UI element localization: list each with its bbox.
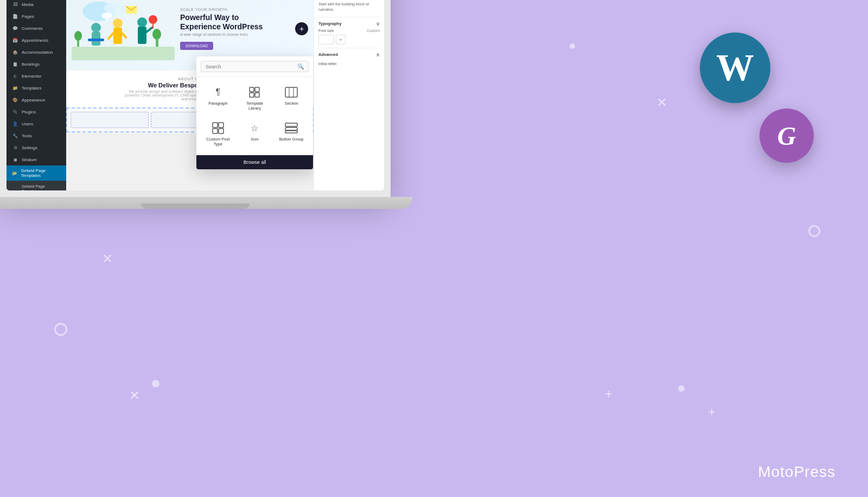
- add-section-button[interactable]: +: [295, 22, 308, 35]
- sidebar-label-appointments: Appointments: [22, 38, 48, 43]
- block-label-paragraph: Paragraph: [208, 101, 227, 106]
- panel-block-description: Start with the building block of narrati…: [318, 2, 380, 12]
- sidebar-item-accommodation[interactable]: 🏠 Accommodation: [7, 46, 66, 58]
- sidebar-item-settings[interactable]: ⚙ Settings: [7, 142, 66, 154]
- block-label-icon: Icon: [251, 137, 258, 142]
- sidebar-item-stratum[interactable]: ◼ Stratum: [7, 154, 66, 165]
- users-icon: 👤: [12, 120, 18, 127]
- hero-title: Powerful Way toExperience WordPress: [180, 13, 305, 31]
- motopress-text: MotoPress: [758, 463, 835, 480]
- sidebar-item-elementor[interactable]: E Elementor: [7, 70, 66, 82]
- sidebar-label-pages: Pages: [22, 14, 34, 19]
- svg-rect-21: [250, 87, 254, 92]
- panel-divider-1: [318, 17, 380, 17]
- svg-rect-32: [285, 123, 297, 126]
- block-selector-popup: 🔍 ¶ Paragraph: [196, 56, 313, 169]
- block-search-inner: 🔍: [201, 61, 309, 72]
- sidebar-label-bookings: Bookings: [22, 62, 40, 67]
- sidebar-label-settings: Settings: [22, 145, 37, 150]
- elementor-icon: E: [12, 73, 18, 79]
- appointments-icon: 📅: [12, 37, 18, 43]
- sidebar-label-plugins: Plugins: [22, 110, 36, 114]
- grammarly-logo: G: [760, 109, 814, 163]
- cross-2: ✕: [656, 95, 667, 110]
- font-size-controls: −: [318, 35, 380, 44]
- panel-font-size-row: Font size Custom: [318, 29, 380, 33]
- block-item-icon[interactable]: ☆ Icon: [239, 118, 271, 150]
- hero-subtitle: Scale Your Growth: [180, 8, 305, 11]
- svg-rect-11: [138, 27, 146, 44]
- cross-4: ✕: [102, 251, 113, 266]
- block-label-section: Section: [285, 101, 298, 106]
- hero-download-button[interactable]: DOWNLOAD: [180, 42, 213, 50]
- sidebar-item-comments[interactable]: 💬 Comments: [7, 22, 66, 34]
- sidebar-item-tools[interactable]: 🔧 Tools: [7, 130, 66, 142]
- sidebar-item-templates[interactable]: 📁 Templates: [7, 82, 66, 94]
- block-search: 🔍: [196, 56, 313, 77]
- block-item-paragraph[interactable]: ¶ Paragraph: [202, 82, 234, 114]
- templates-icon: 📁: [12, 85, 18, 91]
- hero-illustration: [72, 0, 175, 62]
- block-search-input[interactable]: [206, 64, 297, 69]
- svg-rect-31: [219, 129, 224, 133]
- sidebar-item-bookings[interactable]: 📋 Bookings: [7, 58, 66, 70]
- motopress-brand: MotoPress: [758, 463, 835, 481]
- sidebar-item-getwid[interactable]: 📂 Getwid Page Templates: [7, 165, 66, 181]
- search-icon: 🔍: [297, 63, 304, 69]
- block-label-custom-post-type: Custom Post Type: [204, 137, 232, 146]
- appearance-icon: 🎨: [12, 97, 18, 103]
- wp-admin-sidebar: W ⌂ My Sites Bora Demo + New ⊞ Dashboard…: [7, 0, 66, 190]
- advanced-label: Advanced: [318, 52, 338, 57]
- typography-label: Typography: [318, 21, 341, 26]
- wordpress-logo: W: [700, 33, 770, 103]
- panel-advanced-header: Advanced ∧: [318, 52, 380, 58]
- sidebar-label-tools: Tools: [22, 133, 32, 138]
- stratum-icon: ◼: [12, 156, 18, 163]
- block-item-button-group[interactable]: Button Group: [275, 118, 308, 150]
- wp-submenu: Getwid Page Templates New Template Categ…: [7, 181, 66, 190]
- block-grid: ¶ Paragraph: [196, 77, 313, 155]
- svg-rect-28: [213, 123, 218, 128]
- svg-point-3: [91, 23, 101, 33]
- cross-3: +: [605, 386, 612, 402]
- block-label-template-library: Template Library: [241, 101, 269, 111]
- sidebar-item-media[interactable]: 🖼 Media: [7, 0, 66, 10]
- block-item-section[interactable]: Section: [275, 82, 308, 114]
- font-size-decrement[interactable]: −: [336, 35, 346, 44]
- sidebar-item-appointments[interactable]: 📅 Appointments: [7, 34, 66, 46]
- sidebar-item-pages[interactable]: 📄 Pages: [7, 10, 66, 22]
- hero-svg-illustration: [72, 0, 175, 60]
- laptop-body: W ⌂ My Sites Bora Demo + New ⊞ Dashboard…: [0, 0, 391, 197]
- sidebar-item-plugins[interactable]: 🔌 Plugins: [7, 106, 66, 118]
- svg-point-20: [74, 31, 82, 41]
- cross-6: +: [708, 404, 716, 419]
- template-library-icon: [246, 86, 263, 99]
- svg-rect-2: [72, 47, 175, 60]
- button-group-icon: [283, 122, 299, 135]
- block-item-template-library[interactable]: Template Library: [239, 82, 271, 114]
- sidebar-label-media: Media: [22, 2, 34, 7]
- sidebar-item-appearance[interactable]: 🎨 Appearance: [7, 94, 66, 106]
- page-preview: Getwid Simple Blocks ▾ Advanced Blocks ▾…: [66, 0, 314, 190]
- section-icon: [283, 86, 299, 99]
- icon-block-icon: ☆: [246, 122, 263, 135]
- svg-point-6: [113, 18, 123, 28]
- block-item-custom-post-type[interactable]: Custom Post Type: [202, 118, 234, 150]
- font-size-input[interactable]: [318, 35, 334, 44]
- accommodation-icon: 🏠: [12, 49, 18, 55]
- svg-point-18: [152, 29, 161, 40]
- laptop-base: [0, 197, 412, 209]
- font-size-label: Font size: [318, 29, 334, 33]
- svg-point-10: [137, 17, 147, 27]
- sidebar-label-accommodation: Accommodation: [22, 50, 53, 55]
- comments-icon: 💬: [12, 25, 18, 31]
- svg-rect-24: [255, 93, 259, 97]
- browse-all-button[interactable]: Browse all: [196, 155, 313, 169]
- sidebar-label-users: Users: [22, 122, 33, 126]
- submenu-getwid-page-templates[interactable]: Getwid Page Templates: [7, 182, 66, 190]
- advanced-expand-icon[interactable]: ∧: [376, 52, 380, 58]
- wp-letter: W: [716, 49, 754, 87]
- laptop-screen: W ⌂ My Sites Bora Demo + New ⊞ Dashboard…: [7, 0, 384, 190]
- typography-collapse-icon[interactable]: ∨: [376, 21, 380, 27]
- sidebar-item-users[interactable]: 👤 Users: [7, 118, 66, 130]
